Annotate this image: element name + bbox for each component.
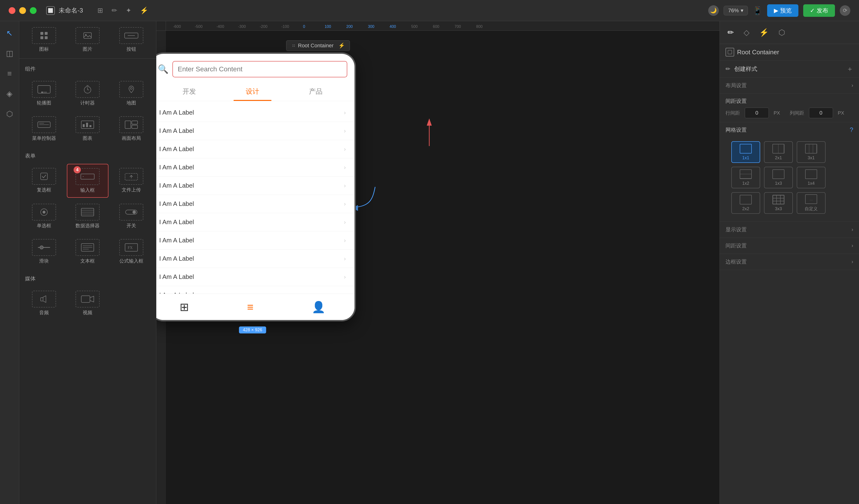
rp-component-name: Root Container bbox=[720, 44, 859, 61]
mobile-inner: 🔍 开发 设计 产品 bbox=[156, 54, 355, 320]
grid-1x4-label: 1x4 bbox=[808, 181, 814, 186]
list-item[interactable]: I Am A Label › bbox=[156, 122, 355, 140]
layout-settings[interactable]: 布局设置 › bbox=[720, 78, 859, 94]
component-tool-icon[interactable]: ◫ bbox=[2, 46, 17, 61]
tab-dev[interactable]: 开发 bbox=[158, 82, 221, 101]
margin-settings[interactable]: 间距设置 › bbox=[720, 238, 859, 254]
chevron-right-icon: › bbox=[344, 182, 346, 189]
menu-ctrl-icon bbox=[32, 116, 56, 133]
svg-point-11 bbox=[45, 92, 47, 93]
svg-text:FX: FX bbox=[128, 246, 133, 250]
layer-tool-icon[interactable]: ≡ bbox=[2, 66, 17, 81]
grid-help-icon[interactable]: ? bbox=[850, 126, 853, 133]
minimize-button[interactable] bbox=[19, 7, 26, 14]
style-tool-icon[interactable]: ◈ bbox=[2, 86, 17, 101]
star-toolbar-icon[interactable]: ✦ bbox=[126, 6, 131, 14]
comp-timer[interactable]: 计时器 bbox=[67, 77, 109, 110]
grid-preset-2x2[interactable]: 2x2 bbox=[731, 192, 760, 214]
comp-map[interactable]: 地图 bbox=[110, 77, 152, 110]
list-item-text: I Am A Label bbox=[159, 255, 194, 262]
comp-checkbox[interactable]: 复选框 bbox=[23, 164, 65, 198]
svg-rect-22 bbox=[86, 123, 88, 127]
comp-switch[interactable]: 开关 bbox=[110, 200, 152, 233]
comp-audio[interactable]: 音频 bbox=[23, 287, 65, 320]
right-panel-toolbar: ✏ ◇ ⚡ ⬡ bbox=[720, 21, 859, 44]
rp-share-icon[interactable]: ⬡ bbox=[777, 26, 787, 39]
chevron-right-icon: › bbox=[344, 273, 346, 280]
close-button[interactable] bbox=[9, 7, 15, 14]
preview-button[interactable]: ▶ 预览 bbox=[767, 4, 798, 17]
svg-rect-1 bbox=[45, 32, 48, 35]
svg-text:800: 800 bbox=[476, 25, 483, 29]
plugin-tool-icon[interactable]: ⬡ bbox=[2, 107, 17, 121]
list-item[interactable]: I Am A Label › bbox=[156, 231, 355, 250]
zoom-selector[interactable]: 76% ▾ bbox=[724, 6, 748, 15]
grid-preset-3x1[interactable]: 3x1 bbox=[797, 141, 826, 163]
grid-preset-3x3[interactable]: 3x3 bbox=[764, 192, 793, 214]
left-panel: ↖ ◫ ≡ ◈ ⬡ bbox=[0, 21, 19, 504]
svg-text:-400: -400 bbox=[216, 25, 224, 29]
comp-data-picker[interactable]: 数据选择器 bbox=[67, 200, 109, 233]
search-input[interactable] bbox=[172, 61, 347, 77]
grid-preset-custom[interactable]: … 自定义 bbox=[797, 192, 826, 214]
bottom-nav-list-icon[interactable]: ≡ bbox=[247, 300, 254, 314]
maximize-button[interactable] bbox=[30, 7, 36, 14]
tab-design[interactable]: 设计 bbox=[221, 82, 284, 101]
chevron-right-icon: › bbox=[344, 255, 346, 262]
comp-formula-input[interactable]: FX 公式输入框 bbox=[110, 235, 152, 268]
comp-item-image[interactable]: 图片 bbox=[67, 23, 109, 57]
layout-settings-label: 布局设置 bbox=[725, 82, 747, 89]
grid-preset-1x2[interactable]: 1x2 bbox=[731, 167, 760, 188]
row-gap-input[interactable] bbox=[745, 108, 769, 118]
slider-icon bbox=[32, 239, 56, 256]
device-icon[interactable]: 📱 bbox=[753, 6, 762, 15]
list-item[interactable]: I Am A Label › bbox=[156, 140, 355, 158]
tab-product[interactable]: 产品 bbox=[284, 82, 347, 101]
comp-radio[interactable]: 单选框 bbox=[23, 200, 65, 233]
svg-text:-200: -200 bbox=[260, 25, 268, 29]
add-style-icon[interactable]: ＋ bbox=[846, 64, 853, 74]
comp-chart[interactable]: 图表 bbox=[67, 112, 109, 145]
list-item-text: I Am A Label bbox=[159, 163, 194, 171]
lightning-toolbar-icon[interactable]: ⚡ bbox=[140, 6, 148, 14]
grid-toolbar-icon[interactable]: ⊞ bbox=[97, 6, 103, 14]
bottom-nav-grid-icon[interactable]: ⊞ bbox=[180, 300, 189, 314]
list-item[interactable]: I Am A Label › bbox=[156, 195, 355, 213]
list-item[interactable]: I Am A Label › bbox=[156, 268, 355, 286]
svg-text:300: 300 bbox=[368, 25, 374, 29]
svg-rect-3 bbox=[45, 36, 48, 39]
list-item[interactable]: I Am A Label › bbox=[156, 158, 355, 176]
comp-input[interactable]: 4 输入框 bbox=[67, 164, 109, 198]
textarea-icon bbox=[76, 239, 100, 256]
display-settings[interactable]: 显示设置 › bbox=[720, 222, 859, 238]
border-settings[interactable]: 边框设置 › bbox=[720, 254, 859, 270]
cursor-tool-icon[interactable]: ↖ bbox=[2, 26, 17, 41]
comp-item-button[interactable]: 按钮 bbox=[110, 23, 152, 57]
comp-menu-ctrl[interactable]: 菜单控制器 bbox=[23, 112, 65, 145]
svg-text:-100: -100 bbox=[281, 25, 289, 29]
grid-preset-1x1[interactable]: 1x1 bbox=[731, 141, 760, 163]
comp-item-icon[interactable]: 图标 bbox=[23, 23, 65, 57]
canvas-layout-label: 画面布局 bbox=[122, 135, 141, 142]
grid-preset-2x1[interactable]: 2x1 bbox=[764, 141, 793, 163]
list-item[interactable]: I Am A Label › bbox=[156, 250, 355, 268]
col-gap-input[interactable] bbox=[809, 108, 833, 118]
grid-preset-1x3[interactable]: 1x3 bbox=[764, 167, 793, 188]
rp-lightning-icon[interactable]: ⚡ bbox=[757, 26, 771, 39]
rp-diamond-icon[interactable]: ◇ bbox=[742, 26, 752, 39]
comp-textarea[interactable]: 文本框 bbox=[67, 235, 109, 268]
comp-canvas-layout[interactable]: 画面布局 bbox=[110, 112, 152, 145]
publish-button[interactable]: ✓ 发布 bbox=[803, 4, 835, 17]
bottom-nav-person-icon[interactable]: 👤 bbox=[312, 300, 326, 314]
grid-preset-1x4[interactable]: 1x4 bbox=[797, 167, 826, 188]
list-item[interactable]: I Am A Label › bbox=[156, 176, 355, 195]
rp-pen-icon[interactable]: ✏ bbox=[725, 26, 736, 39]
list-item[interactable]: I Am A Label › bbox=[156, 213, 355, 231]
comp-slider[interactable]: 滑块 bbox=[23, 235, 65, 268]
video-icon bbox=[76, 291, 100, 308]
comp-video[interactable]: 视频 bbox=[67, 287, 109, 320]
list-item[interactable]: I Am A Label › bbox=[156, 104, 355, 122]
comp-carousel[interactable]: 轮播图 bbox=[23, 77, 65, 110]
comp-file-upload[interactable]: 文件上传 bbox=[110, 164, 152, 198]
pen-toolbar-icon[interactable]: ✏ bbox=[111, 6, 117, 14]
